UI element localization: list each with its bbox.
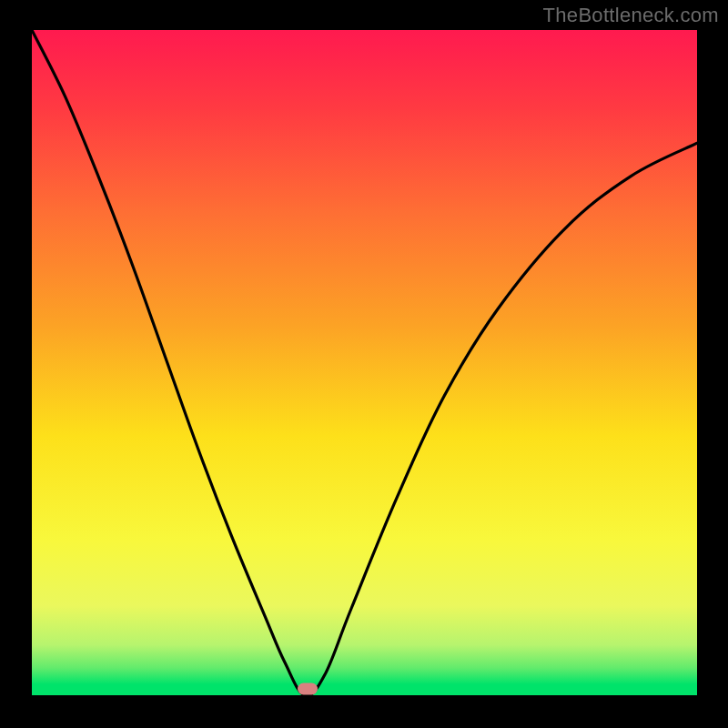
chart-frame: TheBottleneck.com	[0, 0, 728, 728]
bottleneck-curve	[32, 30, 697, 695]
watermark-text: TheBottleneck.com	[543, 4, 719, 27]
plot-area	[32, 30, 697, 695]
optimum-marker	[298, 683, 318, 695]
